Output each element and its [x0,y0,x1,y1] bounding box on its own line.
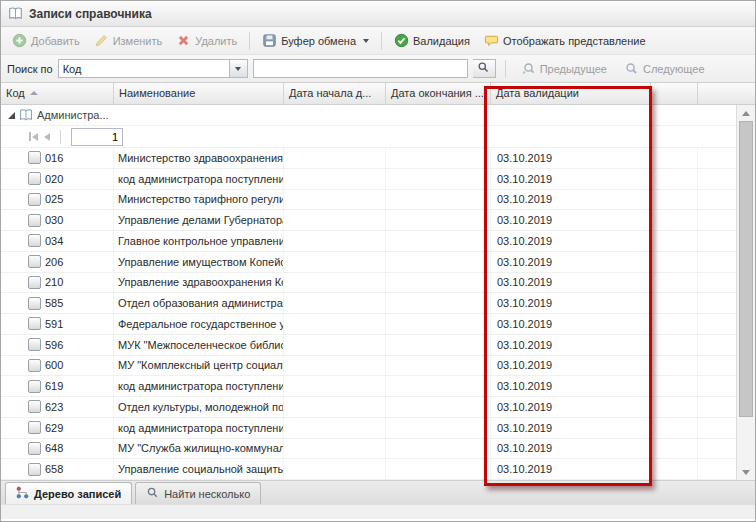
vertical-scrollbar[interactable] [736,105,755,480]
clipboard-button[interactable]: Буфер обмена [256,30,375,51]
edit-button[interactable]: Изменить [88,30,169,51]
row-checkbox[interactable] [28,214,41,227]
row-checkbox[interactable] [28,172,41,185]
tab-record-tree-label: Дерево записей [34,488,121,500]
previous-button[interactable]: Предыдущее [515,58,613,79]
table-row[interactable]: 600 МУ "Комплексный центр социаль 03.10.… [1,356,736,377]
row-name: Отдел культуры, молодежной пол [114,397,284,417]
table-row[interactable]: 629 код администратора поступлений 03.10… [1,418,736,439]
delete-x-icon [176,33,191,48]
search-bar: Поиск по Код Предыдущее Следующее [1,55,755,83]
next-label: Следующее [643,63,705,75]
table-row[interactable]: 030 Управление делами Губернатора 03.10.… [1,210,736,231]
tab-record-tree[interactable]: Дерево записей [5,482,132,504]
table-row[interactable]: 206 Управление имуществом Копейск 03.10.… [1,252,736,273]
search-input[interactable] [253,59,468,78]
row-validation-date: 03.10.2019 [491,459,651,479]
search-button[interactable] [473,59,496,78]
column-header-name[interactable]: Наименование [114,83,284,104]
table-row[interactable]: 623 Отдел культуры, молодежной пол 03.10… [1,397,736,418]
book-icon [19,108,33,122]
row-validation-date: 03.10.2019 [491,231,651,251]
title-bar: Записи справочника [1,1,755,27]
row-checkbox[interactable] [28,317,41,330]
row-checkbox[interactable] [28,421,41,434]
grid-header: Код Наименование Дата начала д... Дата о… [1,83,755,105]
column-header-start-date[interactable]: Дата начала д... [284,83,386,104]
scroll-up-button[interactable] [737,105,755,121]
add-icon [12,33,27,48]
row-name: Министерство здравоохранения Ч [114,148,284,168]
row-checkbox[interactable] [28,193,41,206]
validation-button[interactable]: Валидация [388,30,476,51]
row-checkbox[interactable] [28,380,41,393]
row-code: 591 [45,318,63,330]
row-code: 619 [45,380,63,392]
table-row[interactable]: 034 Главное контрольное управление 03.10… [1,231,736,252]
row-validation-date: 03.10.2019 [491,335,651,355]
row-validation-date: 03.10.2019 [491,252,651,272]
status-strip [1,504,755,519]
row-checkbox[interactable] [28,276,41,289]
row-code: 648 [45,442,63,454]
row-code: 658 [45,463,63,475]
row-code: 034 [45,235,63,247]
chevron-down-icon [235,67,241,71]
tree-root-node[interactable]: Администра... [1,105,736,126]
delete-button[interactable]: Удалить [170,30,243,51]
search-separator [505,60,506,78]
combo-value: Код [59,63,229,75]
arrow-up-icon [742,111,750,116]
pencil-icon [94,33,109,48]
column-header-code[interactable]: Код [1,83,114,104]
add-button[interactable]: Добавить [6,30,86,51]
row-checkbox[interactable] [28,255,41,268]
row-name: МУ "Комплексный центр социаль [114,356,284,376]
table-row[interactable]: 025 Министерство тарифного регулир 03.10… [1,190,736,211]
speech-bubble-icon [484,33,499,48]
table-row[interactable]: 619 код администратора поступлений 03.10… [1,376,736,397]
tree-expander-icon[interactable] [8,112,15,119]
pager-page-input[interactable] [71,128,123,146]
main-toolbar: Добавить Изменить Удалить Буфер обмена В… [1,27,755,55]
tab-find-multiple[interactable]: Найти несколько [135,482,261,504]
delete-label: Удалить [195,35,237,47]
add-label: Добавить [31,35,80,47]
table-row[interactable]: 585 Отдел образования администрац 03.10.… [1,293,736,314]
table-row[interactable]: 020 код администратора поступлений 03.10… [1,169,736,190]
book-icon [8,6,23,21]
row-validation-date: 03.10.2019 [491,376,651,396]
scroll-down-button[interactable] [737,464,755,480]
row-checkbox[interactable] [28,400,41,413]
pager-separator [60,130,61,144]
scrollbar-thumb[interactable] [739,121,753,417]
next-button[interactable]: Следующее [618,58,711,79]
row-code: 016 [45,152,63,164]
combo-trigger[interactable] [229,60,247,77]
search-field-combo[interactable]: Код [58,59,248,78]
row-checkbox[interactable] [28,442,41,455]
table-row[interactable]: 016 Министерство здравоохранения Ч 03.10… [1,148,736,169]
pager-first-button[interactable] [29,132,38,141]
row-checkbox[interactable] [28,463,41,476]
table-row[interactable]: 210 Управление здравоохранения Коп 03.10… [1,273,736,294]
column-header-end-date[interactable]: Дата окончания ... [386,83,491,104]
display-view-button[interactable]: Отображать представление [478,30,652,51]
table-row[interactable]: 648 МУ "Служба жилищно-коммуналь 03.10.2… [1,439,736,460]
row-checkbox[interactable] [28,359,41,372]
row-checkbox[interactable] [28,234,41,247]
column-header-validation-date[interactable]: Дата валидации [491,83,651,104]
row-name: МУК "Межпоселенческое библиот [114,335,284,355]
row-name: код администратора поступлений [114,376,284,396]
toolbar-separator [249,32,250,50]
table-row[interactable]: 591 Федеральное государственное уч 03.10… [1,314,736,335]
table-row[interactable]: 658 Управление социальной защиты 03.10.2… [1,459,736,480]
row-checkbox[interactable] [28,151,41,164]
search-prev-icon [521,61,536,76]
arrow-down-icon [742,470,750,475]
magnifier-icon [146,486,159,501]
row-checkbox[interactable] [28,338,41,351]
pager-prev-button[interactable] [44,133,50,141]
table-row[interactable]: 596 МУК "Межпоселенческое библиот 03.10.… [1,335,736,356]
row-checkbox[interactable] [28,297,41,310]
